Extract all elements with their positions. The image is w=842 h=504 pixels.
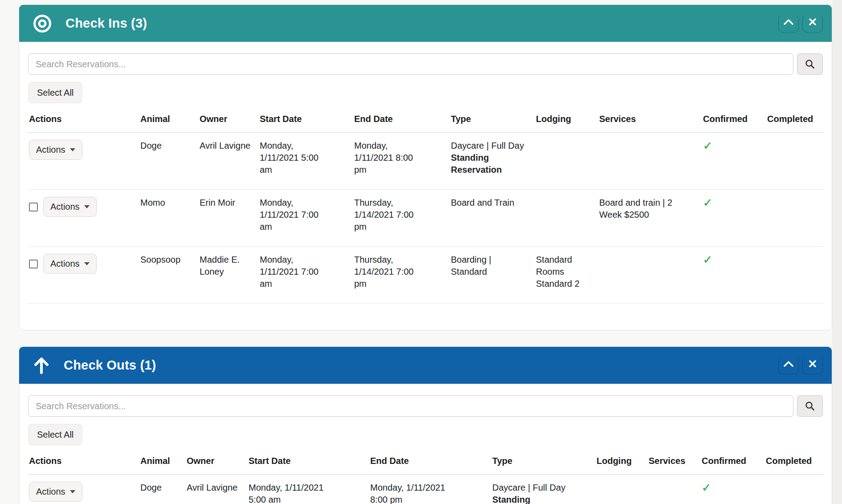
reservation-row: Actions Doge Avril Lavigne Monday, 1/11/… xyxy=(28,133,824,190)
column-header-completed: Completed xyxy=(765,451,824,475)
type-text: Board and Train xyxy=(451,197,526,209)
end-date-cell: Thursday, 1/14/2021 7:00 pm xyxy=(353,190,450,247)
reservation-row: Actions Doge Avril Lavigne Monday, 1/11/… xyxy=(28,475,824,504)
column-header-confirmed: Confirmed xyxy=(701,451,765,475)
arrow-up-icon xyxy=(33,356,50,375)
lodging-cell: Standard Rooms Standard 2 xyxy=(535,247,598,304)
column-header-actions: Actions xyxy=(28,451,139,475)
owner-cell: Maddie E. Loney xyxy=(199,247,259,304)
caret-down-icon xyxy=(70,490,75,493)
check-ins-header-row: Actions Animal Owner Start Date End Date… xyxy=(28,110,824,133)
check-outs-title: Check Outs (1) xyxy=(64,358,156,373)
check-outs-close-button[interactable] xyxy=(802,357,823,374)
check-outs-select-all-button[interactable]: Select All xyxy=(28,424,82,445)
type-bold-text: Standing xyxy=(492,494,587,504)
type-cell: Boarding | Standard xyxy=(450,247,535,304)
check-ins-table: Actions Animal Owner Start Date End Date… xyxy=(28,110,824,304)
confirmed-check-icon: ✓ xyxy=(702,247,766,304)
column-header-type: Type xyxy=(450,110,535,133)
check-outs-body: Select All Actions Animal Owner Start Da… xyxy=(19,384,832,504)
column-header-services: Services xyxy=(598,110,702,133)
end-date-cell: Monday, 1/11/2021 8:00 pm xyxy=(353,133,450,190)
check-outs-search-row xyxy=(28,395,823,417)
search-icon xyxy=(805,59,815,69)
row-actions-label: Actions xyxy=(50,259,80,269)
animal-cell: Doge xyxy=(139,133,199,190)
row-checkbox[interactable] xyxy=(29,203,38,211)
column-header-owner: Owner xyxy=(199,110,259,133)
bullseye-icon xyxy=(33,14,52,33)
end-date-cell: Thursday, 1/14/2021 7:00 pm xyxy=(353,247,450,304)
services-cell: Board and train | 2 Week $2500 xyxy=(598,190,702,247)
confirmed-check-icon: ✓ xyxy=(702,190,766,247)
completed-check-icon xyxy=(766,247,824,304)
caret-down-icon xyxy=(84,262,90,265)
caret-down-icon xyxy=(84,205,90,208)
reservation-row: Actions Momo Erin Moir Monday, 1/11/2021… xyxy=(28,190,824,247)
type-cell: Board and Train xyxy=(450,190,535,247)
check-ins-collapse-button[interactable] xyxy=(778,15,799,33)
column-header-start-date: Start Date xyxy=(248,451,369,475)
lodging-cell xyxy=(535,133,598,190)
column-header-animal: Animal xyxy=(139,110,199,133)
check-ins-title: Check Ins (3) xyxy=(65,16,147,31)
check-outs-search-button[interactable] xyxy=(797,395,823,417)
check-ins-header: Check Ins (3) xyxy=(19,5,832,42)
type-bold-text: Standing Reservation xyxy=(451,152,526,176)
row-actions-label: Actions xyxy=(36,487,65,497)
check-outs-header: Check Outs (1) xyxy=(19,347,832,384)
check-outs-table: Actions Animal Owner Start Date End Date… xyxy=(28,451,824,504)
start-date-cell: Monday, 1/11/2021 5:00 am xyxy=(259,133,353,190)
check-outs-search-input[interactable] xyxy=(28,395,793,417)
type-text: Boarding | Standard xyxy=(451,254,526,278)
row-checkbox[interactable] xyxy=(29,260,38,268)
start-date-cell: Monday, 1/11/2021 7:00 am xyxy=(259,247,353,304)
animal-cell: Doge xyxy=(139,475,186,504)
row-actions-button[interactable]: Actions xyxy=(29,140,82,160)
column-header-end-date: End Date xyxy=(369,451,491,475)
check-ins-panel: Check Ins (3) xyxy=(19,4,832,330)
lodging-cell xyxy=(535,190,598,247)
check-ins-select-all-button[interactable]: Select All xyxy=(28,82,82,103)
caret-down-icon xyxy=(70,148,75,151)
confirmed-check-icon: ✓ xyxy=(701,475,765,504)
check-ins-search-row xyxy=(28,53,823,75)
row-actions-button[interactable]: Actions xyxy=(29,482,82,502)
chevron-up-icon xyxy=(784,361,793,367)
check-ins-search-input[interactable] xyxy=(28,53,793,75)
column-header-animal: Animal xyxy=(139,451,186,475)
column-header-completed: Completed xyxy=(766,110,824,133)
row-actions-button[interactable]: Actions xyxy=(43,254,97,274)
check-ins-close-button[interactable] xyxy=(802,15,823,33)
type-cell: Daycare | Full Day Standing Reservation xyxy=(450,133,535,190)
type-cell: Daycare | Full Day Standing xyxy=(491,475,596,504)
page-right-gutter xyxy=(832,0,842,504)
column-header-lodging: Lodging xyxy=(535,110,598,133)
start-date-cell: Monday, 1/11/2021 7:00 am xyxy=(259,190,353,247)
column-header-actions: Actions xyxy=(28,110,139,133)
close-icon xyxy=(809,18,816,25)
services-cell xyxy=(648,475,701,504)
close-icon xyxy=(809,360,816,367)
search-icon xyxy=(805,401,815,411)
check-outs-panel: Check Outs (1) xyxy=(19,346,832,504)
row-actions-label: Actions xyxy=(50,202,80,212)
column-header-lodging: Lodging xyxy=(596,451,648,475)
chevron-up-icon xyxy=(784,19,793,25)
reservation-row: Actions Soopsoop Maddie E. Loney Monday,… xyxy=(28,247,824,304)
animal-cell: Momo xyxy=(139,190,199,247)
column-header-confirmed: Confirmed xyxy=(702,110,766,133)
owner-cell: Erin Moir xyxy=(199,190,259,247)
column-header-end-date: End Date xyxy=(353,110,450,133)
confirmed-check-icon: ✓ xyxy=(702,133,766,190)
check-outs-header-row: Actions Animal Owner Start Date End Date… xyxy=(28,451,824,475)
completed-check-icon xyxy=(766,190,824,247)
type-text: Daycare | Full Day xyxy=(492,482,587,494)
services-cell xyxy=(598,133,702,190)
check-ins-search-button[interactable] xyxy=(797,53,823,75)
row-actions-button[interactable]: Actions xyxy=(43,197,97,217)
owner-cell: Avril Lavigne xyxy=(199,133,259,190)
check-ins-body: Select All Actions Animal Owner Start Da… xyxy=(19,42,832,304)
animal-cell: Soopsoop xyxy=(139,247,199,304)
check-outs-collapse-button[interactable] xyxy=(778,357,799,374)
